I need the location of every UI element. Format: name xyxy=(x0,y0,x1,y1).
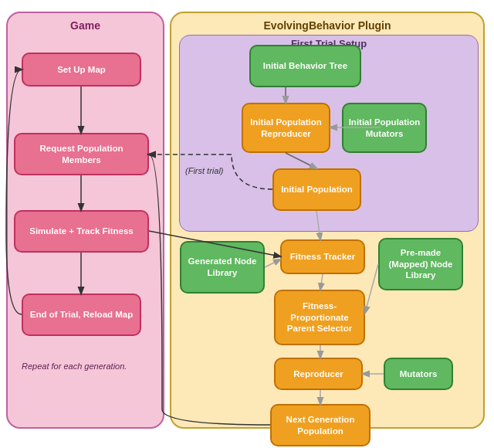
plugin-title: EvolvingBehavior Plugin xyxy=(171,19,483,32)
first-trial-label: (First trial) xyxy=(185,166,224,175)
set-up-map-node: Set Up Map xyxy=(22,53,141,87)
next-generation-node: Next Generation Population xyxy=(270,404,370,446)
initial-population-mutators-node: Initial Population Mutators xyxy=(342,103,427,153)
premade-node-library-node: Pre-made (Mapped) Node Library xyxy=(378,238,463,290)
game-title: Game xyxy=(8,19,163,32)
simulate-track-node: Simulate + Track Fitness xyxy=(14,210,149,253)
end-of-trial-node: End of Trial, Reload Map xyxy=(22,294,141,336)
main-container: Game EvolvingBehavior Plugin First Trial… xyxy=(0,0,494,448)
initial-population-node: Initial Population xyxy=(272,168,361,211)
reproducer-node: Reproducer xyxy=(274,358,363,390)
initial-behavior-tree-node: Initial Behavior Tree xyxy=(249,45,361,87)
repeat-text: Repeat for each generation. xyxy=(22,361,127,371)
fitness-proportionate-node: Fitness-Proportionate Parent Selector xyxy=(274,290,365,345)
fitness-tracker-node: Fitness Tracker xyxy=(280,239,365,274)
mutators-node: Mutators xyxy=(384,358,453,390)
generated-node-library-node: Generated Node Library xyxy=(180,241,265,294)
initial-population-reproducer-node: Initial Population Reproducer xyxy=(242,103,330,153)
request-population-node: Request Population Members xyxy=(14,133,149,175)
